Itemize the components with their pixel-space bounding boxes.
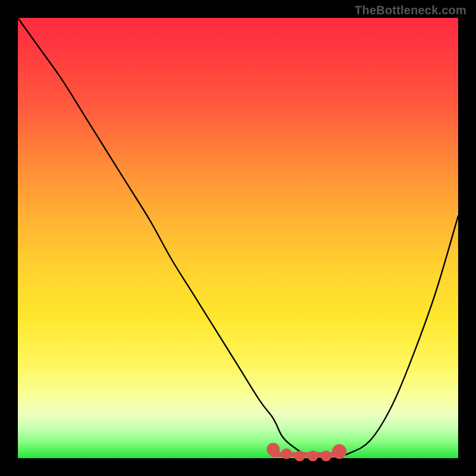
marker-min-band-end [332, 444, 347, 459]
chart-frame: TheBottleneck.com [0, 0, 476, 476]
marker-min-band-b [295, 450, 305, 461]
marker-min-band-start [267, 443, 280, 456]
bottleneck-curve [18, 18, 458, 459]
plot-area [18, 18, 458, 458]
watermark-text: TheBottleneck.com [355, 4, 466, 17]
marker-min-band-d [321, 450, 331, 461]
curve-svg [18, 18, 458, 458]
marker-min-band-a [281, 449, 292, 459]
marker-min-band-c [308, 450, 318, 461]
